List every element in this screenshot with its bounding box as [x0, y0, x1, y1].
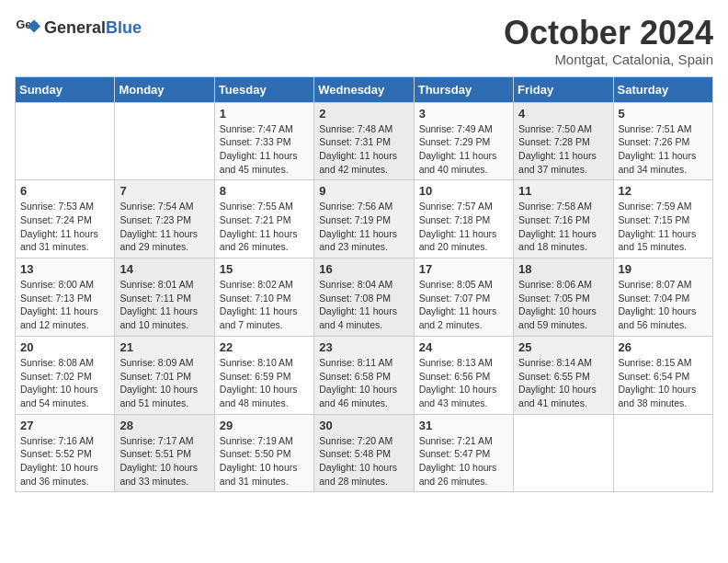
day-cell: 18Sunrise: 8:06 AM Sunset: 7:05 PM Dayli… [514, 259, 613, 337]
day-number: 3 [419, 107, 508, 121]
header-sunday: Sunday [16, 76, 115, 102]
day-number: 1 [220, 107, 309, 121]
day-cell: 21Sunrise: 8:09 AM Sunset: 7:01 PM Dayli… [115, 336, 214, 414]
day-info: Sunrise: 8:14 AM Sunset: 6:55 PM Dayligh… [518, 356, 608, 410]
header-monday: Monday [115, 76, 214, 102]
day-cell: 1Sunrise: 7:47 AM Sunset: 7:33 PM Daylig… [214, 102, 313, 180]
day-cell: 5Sunrise: 7:51 AM Sunset: 7:26 PM Daylig… [613, 102, 712, 180]
day-info: Sunrise: 7:50 AM Sunset: 7:28 PM Dayligh… [518, 122, 608, 177]
day-info: Sunrise: 8:13 AM Sunset: 6:56 PM Dayligh… [419, 356, 508, 410]
day-info: Sunrise: 7:20 AM Sunset: 5:48 PM Dayligh… [319, 434, 408, 488]
day-cell: 19Sunrise: 8:07 AM Sunset: 7:04 PM Dayli… [613, 259, 712, 337]
day-number: 22 [220, 340, 309, 354]
day-number: 23 [319, 340, 408, 354]
day-number: 24 [419, 340, 508, 354]
day-info: Sunrise: 7:16 AM Sunset: 5:52 PM Dayligh… [20, 434, 109, 488]
day-cell: 7Sunrise: 7:54 AM Sunset: 7:23 PM Daylig… [115, 180, 214, 259]
day-info: Sunrise: 8:10 AM Sunset: 6:59 PM Dayligh… [220, 356, 309, 410]
day-cell: 30Sunrise: 7:20 AM Sunset: 5:48 PM Dayli… [314, 414, 414, 492]
day-number: 29 [220, 419, 309, 432]
day-number: 5 [619, 107, 708, 121]
day-number: 6 [20, 184, 109, 198]
day-cell: 27Sunrise: 7:16 AM Sunset: 5:52 PM Dayli… [16, 414, 115, 492]
day-info: Sunrise: 8:00 AM Sunset: 7:13 PM Dayligh… [20, 278, 109, 332]
day-number: 8 [220, 184, 309, 198]
calendar-table: SundayMondayTuesdayWednesdayThursdayFrid… [15, 76, 713, 493]
day-cell: 11Sunrise: 7:58 AM Sunset: 7:16 PM Dayli… [514, 180, 613, 259]
day-number: 16 [319, 262, 408, 276]
week-row-2: 6Sunrise: 7:53 AM Sunset: 7:24 PM Daylig… [16, 180, 713, 259]
week-row-4: 20Sunrise: 8:08 AM Sunset: 7:02 PM Dayli… [16, 336, 713, 414]
day-info: Sunrise: 8:06 AM Sunset: 7:05 PM Dayligh… [518, 278, 608, 332]
day-cell: 23Sunrise: 8:11 AM Sunset: 6:58 PM Dayli… [314, 336, 414, 414]
day-cell [16, 102, 115, 180]
day-cell: 10Sunrise: 7:57 AM Sunset: 7:18 PM Dayli… [414, 180, 513, 259]
day-number: 13 [20, 262, 109, 276]
day-cell: 13Sunrise: 8:00 AM Sunset: 7:13 PM Dayli… [16, 259, 115, 337]
day-info: Sunrise: 7:54 AM Sunset: 7:23 PM Dayligh… [119, 200, 209, 254]
day-cell: 9Sunrise: 7:56 AM Sunset: 7:19 PM Daylig… [314, 180, 414, 259]
logo-icon: Gen [15, 15, 40, 40]
day-number: 17 [419, 262, 508, 276]
day-info: Sunrise: 7:48 AM Sunset: 7:31 PM Dayligh… [319, 122, 408, 177]
day-cell: 22Sunrise: 8:10 AM Sunset: 6:59 PM Dayli… [214, 336, 313, 414]
day-cell: 14Sunrise: 8:01 AM Sunset: 7:11 PM Dayli… [115, 259, 214, 337]
day-cell: 20Sunrise: 8:08 AM Sunset: 7:02 PM Dayli… [16, 336, 115, 414]
day-info: Sunrise: 8:02 AM Sunset: 7:10 PM Dayligh… [220, 278, 309, 332]
location: Montgat, Catalonia, Spain [504, 52, 713, 67]
day-cell: 4Sunrise: 7:50 AM Sunset: 7:28 PM Daylig… [514, 102, 613, 180]
day-cell [514, 414, 613, 492]
day-cell: 25Sunrise: 8:14 AM Sunset: 6:55 PM Dayli… [514, 336, 613, 414]
day-cell: 29Sunrise: 7:19 AM Sunset: 5:50 PM Dayli… [214, 414, 313, 492]
day-number: 31 [419, 419, 508, 432]
day-info: Sunrise: 8:11 AM Sunset: 6:58 PM Dayligh… [319, 356, 408, 410]
day-info: Sunrise: 8:04 AM Sunset: 7:08 PM Dayligh… [319, 278, 408, 332]
day-info: Sunrise: 8:07 AM Sunset: 7:04 PM Dayligh… [619, 278, 708, 332]
day-number: 7 [119, 184, 209, 198]
logo-blue: Blue [106, 18, 142, 37]
day-info: Sunrise: 7:21 AM Sunset: 5:47 PM Dayligh… [419, 434, 508, 488]
day-cell: 12Sunrise: 7:59 AM Sunset: 7:15 PM Dayli… [613, 180, 712, 259]
day-info: Sunrise: 7:19 AM Sunset: 5:50 PM Dayligh… [220, 434, 309, 488]
day-number: 19 [619, 262, 708, 276]
day-number: 25 [518, 340, 608, 354]
day-number: 2 [319, 107, 408, 121]
day-number: 27 [20, 419, 109, 432]
day-info: Sunrise: 7:58 AM Sunset: 7:16 PM Dayligh… [518, 200, 608, 254]
day-info: Sunrise: 7:57 AM Sunset: 7:18 PM Dayligh… [419, 200, 508, 254]
day-info: Sunrise: 7:53 AM Sunset: 7:24 PM Dayligh… [20, 200, 109, 254]
logo: Gen GeneralBlue [15, 15, 142, 40]
day-info: Sunrise: 7:17 AM Sunset: 5:51 PM Dayligh… [119, 434, 209, 488]
day-number: 30 [319, 419, 408, 432]
day-cell: 24Sunrise: 8:13 AM Sunset: 6:56 PM Dayli… [414, 336, 513, 414]
day-cell: 3Sunrise: 7:49 AM Sunset: 7:29 PM Daylig… [414, 102, 513, 180]
day-number: 26 [619, 340, 708, 354]
day-cell: 28Sunrise: 7:17 AM Sunset: 5:51 PM Dayli… [115, 414, 214, 492]
day-info: Sunrise: 8:15 AM Sunset: 6:54 PM Dayligh… [619, 356, 708, 410]
header-friday: Friday [514, 76, 613, 102]
header-tuesday: Tuesday [214, 76, 313, 102]
day-info: Sunrise: 7:47 AM Sunset: 7:33 PM Dayligh… [220, 122, 309, 177]
day-info: Sunrise: 7:59 AM Sunset: 7:15 PM Dayligh… [619, 200, 708, 254]
week-row-1: 1Sunrise: 7:47 AM Sunset: 7:33 PM Daylig… [16, 102, 713, 180]
page-header: Gen GeneralBlue October 2024 Montgat, Ca… [15, 15, 713, 67]
day-number: 12 [619, 184, 708, 198]
day-number: 10 [419, 184, 508, 198]
day-cell: 8Sunrise: 7:55 AM Sunset: 7:21 PM Daylig… [214, 180, 313, 259]
week-row-5: 27Sunrise: 7:16 AM Sunset: 5:52 PM Dayli… [16, 414, 713, 492]
day-cell: 17Sunrise: 8:05 AM Sunset: 7:07 PM Dayli… [414, 259, 513, 337]
day-cell [613, 414, 712, 492]
day-number: 15 [220, 262, 309, 276]
day-info: Sunrise: 8:09 AM Sunset: 7:01 PM Dayligh… [119, 356, 209, 410]
day-cell [115, 102, 214, 180]
day-info: Sunrise: 8:05 AM Sunset: 7:07 PM Dayligh… [419, 278, 508, 332]
day-info: Sunrise: 7:55 AM Sunset: 7:21 PM Dayligh… [220, 200, 309, 254]
header-wednesday: Wednesday [314, 76, 414, 102]
day-info: Sunrise: 8:01 AM Sunset: 7:11 PM Dayligh… [119, 278, 209, 332]
title-area: October 2024 Montgat, Catalonia, Spain [504, 15, 713, 67]
day-number: 18 [518, 262, 608, 276]
day-cell: 31Sunrise: 7:21 AM Sunset: 5:47 PM Dayli… [414, 414, 513, 492]
calendar-header-row: SundayMondayTuesdayWednesdayThursdayFrid… [16, 76, 713, 102]
day-cell: 2Sunrise: 7:48 AM Sunset: 7:31 PM Daylig… [314, 102, 414, 180]
day-info: Sunrise: 8:08 AM Sunset: 7:02 PM Dayligh… [20, 356, 109, 410]
